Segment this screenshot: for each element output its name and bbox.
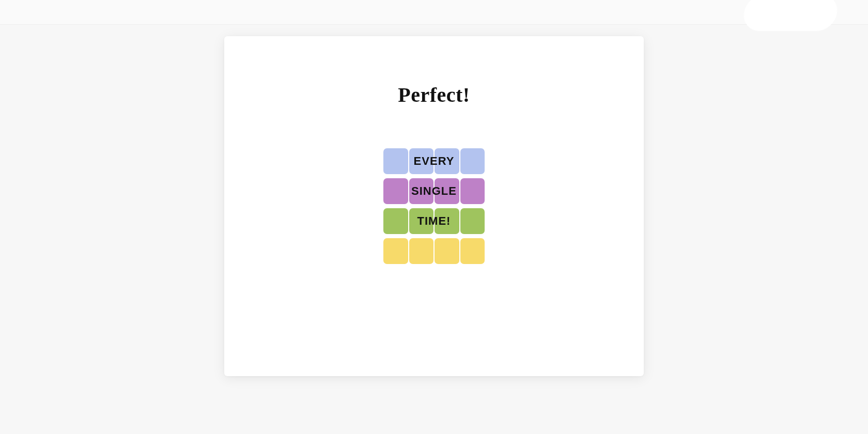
summary-tile [435, 148, 459, 174]
summary-row: SINGLE [383, 178, 485, 204]
summary-tile [409, 148, 434, 174]
summary-tile [435, 238, 459, 264]
summary-row [383, 238, 485, 264]
summary-grid: EVERY SINGLE TIME! [383, 148, 485, 264]
summary-tile [409, 178, 434, 204]
summary-tile [383, 238, 408, 264]
summary-tile [409, 238, 434, 264]
summary-tile [460, 178, 485, 204]
result-card: Perfect! EVERY SINGLE TI [224, 36, 644, 376]
summary-tile [383, 208, 408, 234]
top-bar [0, 0, 868, 25]
summary-tile [460, 238, 485, 264]
result-headline: Perfect! [224, 83, 644, 107]
summary-tile [435, 208, 459, 234]
summary-tile [435, 178, 459, 204]
summary-tile [460, 208, 485, 234]
stage: Perfect! EVERY SINGLE TI [0, 25, 868, 434]
summary-tile [409, 208, 434, 234]
summary-tile [383, 178, 408, 204]
summary-row: EVERY [383, 148, 485, 174]
summary-tile [383, 148, 408, 174]
summary-row: TIME! [383, 208, 485, 234]
summary-tile [460, 148, 485, 174]
